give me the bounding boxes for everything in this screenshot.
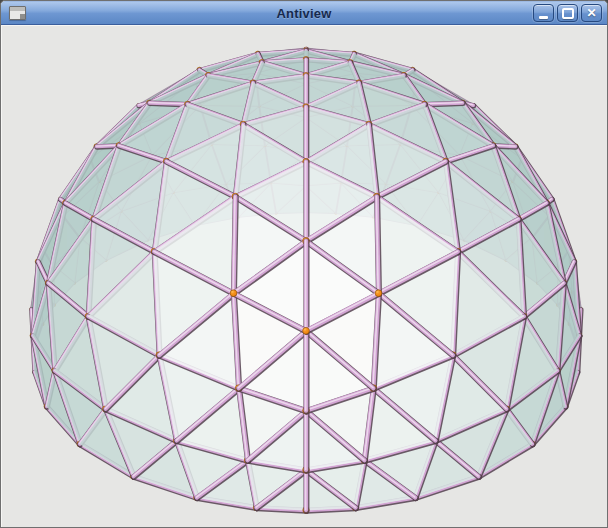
window-icon-fold	[20, 14, 25, 19]
close-icon: ✕	[586, 7, 596, 19]
viewport-3d[interactable]	[1, 25, 607, 527]
minimize-icon	[539, 16, 548, 19]
window-title: Antiview	[1, 6, 607, 21]
window-menu-icon[interactable]	[9, 6, 26, 20]
close-button[interactable]: ✕	[581, 4, 602, 22]
window-controls: ✕	[530, 4, 607, 22]
window-icon-titlebar-stripe	[10, 7, 25, 11]
titlebar[interactable]: Antiview ✕	[1, 1, 607, 25]
dome-render[interactable]	[1, 25, 607, 527]
maximize-icon	[562, 8, 574, 19]
maximize-button[interactable]	[557, 4, 578, 22]
minimize-button[interactable]	[533, 4, 554, 22]
antiview-window: Antiview ✕	[0, 0, 608, 528]
